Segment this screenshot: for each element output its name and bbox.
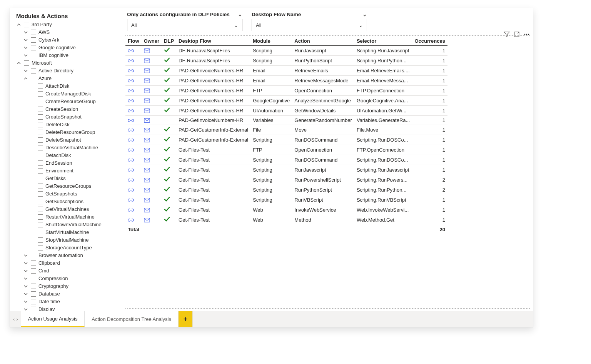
checkbox[interactable]	[38, 237, 43, 243]
checkbox[interactable]	[31, 284, 36, 289]
link-icon[interactable]	[128, 187, 139, 193]
chevron-down-icon[interactable]	[23, 53, 28, 58]
table-row[interactable]: PAD-GetInvoiceNumbers-HR FTP OpenConnect…	[125, 86, 447, 96]
table-row[interactable]: PAD-GetInvoiceNumbers-HR Variables Gener…	[125, 116, 447, 125]
cell-owner-mail[interactable]	[142, 86, 162, 96]
table-row[interactable]: PAD-GetInvoiceNumbers-HR GoogleCognitive…	[125, 96, 447, 106]
chevron-up-icon[interactable]	[16, 60, 22, 66]
checkbox[interactable]	[38, 168, 43, 174]
cell-owner-mail[interactable]	[142, 205, 162, 215]
checkbox[interactable]	[38, 99, 43, 104]
tree-item[interactable]: DeleteSnapshot	[15, 136, 120, 144]
tree-item[interactable]: GetDisks	[15, 175, 120, 182]
checkbox[interactable]	[38, 176, 43, 181]
checkbox[interactable]	[38, 160, 43, 166]
link-icon[interactable]	[128, 167, 139, 173]
chevron-down-icon[interactable]	[23, 260, 28, 266]
checkbox[interactable]	[38, 153, 43, 158]
chevron-down-icon[interactable]: ⌄	[362, 11, 367, 17]
cell-flow-link[interactable]	[125, 215, 142, 225]
tree-item[interactable]: Google cognitive	[15, 44, 120, 52]
checkbox[interactable]	[38, 83, 43, 89]
checkbox[interactable]	[38, 230, 43, 235]
checkbox[interactable]	[31, 268, 36, 274]
mail-icon[interactable]	[144, 217, 159, 223]
checkbox[interactable]	[31, 76, 36, 81]
tree-item[interactable]: CreateSession	[15, 105, 120, 113]
cell-flow-link[interactable]	[125, 116, 142, 125]
link-icon[interactable]	[128, 98, 139, 104]
tree-item[interactable]: EndSession	[15, 159, 120, 167]
tree-item[interactable]: StartVirtualMachine	[15, 229, 120, 236]
cell-flow-link[interactable]	[125, 125, 142, 135]
cell-flow-link[interactable]	[125, 76, 142, 86]
tree-item[interactable]: Display	[15, 306, 120, 311]
table-row[interactable]: PAD-GetInvoiceNumbers-HR UIAutomation Ge…	[125, 106, 447, 116]
link-icon[interactable]	[128, 177, 139, 183]
th-occurrences[interactable]: Occurrences	[412, 37, 447, 46]
cell-flow-link[interactable]	[125, 145, 142, 155]
cell-owner-mail[interactable]	[142, 116, 162, 125]
cell-owner-mail[interactable]	[142, 76, 162, 86]
tree-item[interactable]: CreateSnapshot	[15, 113, 120, 121]
flow-slicer-dropdown[interactable]: All ⌄	[252, 19, 367, 31]
th-action[interactable]: Action	[292, 37, 354, 46]
table-row[interactable]: PAD-GetInvoiceNumbers-HR Email RetrieveE…	[125, 66, 447, 76]
mail-icon[interactable]	[144, 88, 159, 94]
tree-item[interactable]: Compression	[15, 275, 120, 282]
mail-icon[interactable]	[144, 207, 159, 213]
chevron-down-icon[interactable]	[23, 299, 28, 304]
tree-item[interactable]: DetachDisk	[15, 152, 120, 159]
tab-action-usage[interactable]: Action Usage Analysis	[21, 311, 85, 327]
chevron-down-icon[interactable]	[23, 253, 28, 258]
tree-item[interactable]: GetResourceGroups	[15, 182, 120, 190]
tree-item[interactable]: CreateManagedDisk	[15, 90, 120, 98]
cell-owner-mail[interactable]	[142, 195, 162, 205]
cell-flow-link[interactable]	[125, 175, 142, 185]
checkbox[interactable]	[38, 199, 43, 204]
tree-item[interactable]: DescribeVirtualMachine	[15, 144, 120, 152]
mail-icon[interactable]	[144, 187, 159, 193]
cell-flow-link[interactable]	[125, 135, 142, 145]
table-row[interactable]: DF-RunJavaScriptFiles Scripting RunJavas…	[125, 46, 447, 56]
cell-flow-link[interactable]	[125, 56, 142, 66]
mail-icon[interactable]	[144, 98, 159, 104]
th-desktop[interactable]: Desktop Flow	[176, 37, 250, 46]
checkbox[interactable]	[31, 30, 36, 35]
checkbox[interactable]	[31, 307, 36, 311]
table-row[interactable]: Get-Files-Test Web Method Web.Method.Get…	[125, 215, 447, 225]
tree-item[interactable]: GetSubscriptions	[15, 198, 120, 205]
checkbox[interactable]	[31, 276, 36, 281]
checkbox[interactable]	[24, 60, 29, 66]
cell-owner-mail[interactable]	[142, 96, 162, 106]
tab-nav-arrows[interactable]: ‹ ›	[10, 311, 21, 327]
dlp-slicer-dropdown[interactable]: All ⌄	[127, 19, 242, 31]
cell-owner-mail[interactable]	[142, 56, 162, 66]
checkbox[interactable]	[31, 299, 36, 304]
checkbox[interactable]	[31, 291, 36, 297]
table-row[interactable]: Get-Files-Test Scripting RunVBScript Scr…	[125, 195, 447, 205]
actions-table[interactable]: Flow Owner DLP Desktop Flow Module Actio…	[125, 37, 447, 234]
link-icon[interactable]	[128, 157, 139, 163]
chevron-down-icon[interactable]: ⌄	[238, 11, 242, 17]
link-icon[interactable]	[128, 147, 139, 153]
cell-flow-link[interactable]	[125, 86, 142, 96]
th-module[interactable]: Module	[250, 37, 292, 46]
link-icon[interactable]	[128, 197, 139, 203]
cell-owner-mail[interactable]	[142, 125, 162, 135]
table-row[interactable]: Get-Files-Test Scripting RunPythonScript…	[125, 185, 447, 195]
tree-item[interactable]: CyberArk	[15, 36, 120, 44]
link-icon[interactable]	[128, 108, 139, 114]
cell-owner-mail[interactable]	[142, 66, 162, 76]
cell-flow-link[interactable]	[125, 195, 142, 205]
checkbox[interactable]	[38, 91, 43, 97]
chevron-down-icon[interactable]	[23, 276, 28, 281]
checkbox[interactable]	[38, 222, 43, 227]
link-icon[interactable]	[128, 78, 139, 83]
tree-item[interactable]: DeleteDisk	[15, 121, 120, 129]
tree-item[interactable]: IBM cognitive	[15, 52, 120, 59]
table-row[interactable]: Get-Files-Test Scripting RunJavascript S…	[125, 165, 447, 175]
link-icon[interactable]	[128, 207, 139, 213]
cell-owner-mail[interactable]	[142, 155, 162, 165]
tree-item[interactable]: GetSnapshots	[15, 190, 120, 198]
